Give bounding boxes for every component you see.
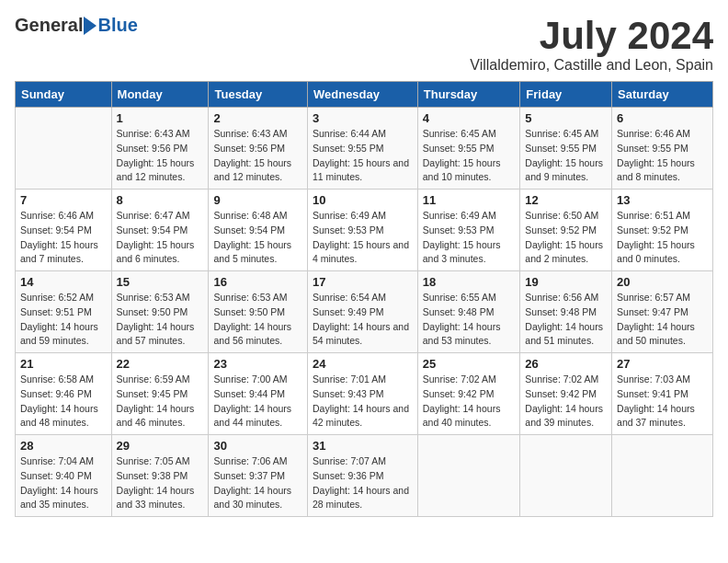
title-block: July 2024 Villaldemiro, Castille and Leo… — [470, 15, 713, 74]
day-info: Sunrise: 6:52 AMSunset: 9:51 PMDaylight:… — [20, 291, 107, 349]
day-cell: 23Sunrise: 7:00 AMSunset: 9:44 PMDayligh… — [209, 353, 308, 435]
calendar-table: SundayMondayTuesdayWednesdayThursdayFrid… — [15, 81, 713, 517]
day-number: 12 — [525, 193, 607, 207]
day-cell: 16Sunrise: 6:53 AMSunset: 9:50 PMDayligh… — [209, 271, 308, 353]
day-number: 9 — [213, 193, 302, 207]
week-row-1: 1Sunrise: 6:43 AMSunset: 9:56 PMDaylight… — [16, 108, 713, 190]
day-info: Sunrise: 6:46 AMSunset: 9:54 PMDaylight:… — [20, 209, 107, 267]
day-info: Sunrise: 6:59 AMSunset: 9:45 PMDaylight:… — [117, 373, 204, 431]
day-info: Sunrise: 7:02 AMSunset: 9:42 PMDaylight:… — [423, 373, 516, 431]
day-number: 4 — [423, 111, 516, 125]
day-cell: 3Sunrise: 6:44 AMSunset: 9:55 PMDaylight… — [307, 108, 417, 190]
day-cell: 8Sunrise: 6:47 AMSunset: 9:54 PMDaylight… — [111, 190, 209, 271]
day-number: 26 — [525, 357, 607, 371]
day-number: 3 — [313, 111, 413, 125]
day-info: Sunrise: 7:03 AMSunset: 9:41 PMDaylight:… — [617, 373, 708, 431]
day-info: Sunrise: 6:43 AMSunset: 9:56 PMDaylight:… — [213, 127, 302, 185]
day-number: 8 — [117, 193, 204, 207]
calendar-header-row: SundayMondayTuesdayWednesdayThursdayFrid… — [16, 82, 713, 108]
day-info: Sunrise: 6:44 AMSunset: 9:55 PMDaylight:… — [313, 127, 413, 185]
day-number: 30 — [213, 439, 302, 453]
day-info: Sunrise: 7:00 AMSunset: 9:44 PMDaylight:… — [213, 373, 302, 431]
header-thursday: Thursday — [417, 82, 520, 108]
day-number: 25 — [423, 357, 516, 371]
day-number: 21 — [20, 357, 107, 371]
day-cell — [612, 435, 713, 517]
day-number: 28 — [20, 439, 107, 453]
day-number: 13 — [617, 193, 708, 207]
day-number: 6 — [617, 111, 708, 125]
day-cell: 26Sunrise: 7:02 AMSunset: 9:42 PMDayligh… — [520, 353, 612, 435]
day-info: Sunrise: 6:43 AMSunset: 9:56 PMDaylight:… — [117, 127, 204, 185]
day-number: 17 — [313, 275, 413, 289]
day-number: 10 — [313, 193, 413, 207]
day-info: Sunrise: 6:51 AMSunset: 9:52 PMDaylight:… — [617, 209, 708, 267]
day-info: Sunrise: 6:46 AMSunset: 9:55 PMDaylight:… — [617, 127, 708, 185]
day-info: Sunrise: 7:02 AMSunset: 9:42 PMDaylight:… — [525, 373, 607, 431]
day-number: 5 — [525, 111, 607, 125]
day-number: 7 — [20, 193, 107, 207]
day-info: Sunrise: 7:06 AMSunset: 9:37 PMDaylight:… — [213, 454, 302, 512]
day-cell: 5Sunrise: 6:45 AMSunset: 9:55 PMDaylight… — [520, 108, 612, 190]
day-number: 11 — [423, 193, 516, 207]
day-info: Sunrise: 6:58 AMSunset: 9:46 PMDaylight:… — [20, 373, 107, 431]
day-cell: 18Sunrise: 6:55 AMSunset: 9:48 PMDayligh… — [417, 271, 520, 353]
header-monday: Monday — [111, 82, 209, 108]
day-cell: 27Sunrise: 7:03 AMSunset: 9:41 PMDayligh… — [612, 353, 713, 435]
day-info: Sunrise: 6:45 AMSunset: 9:55 PMDaylight:… — [423, 127, 516, 185]
day-cell: 1Sunrise: 6:43 AMSunset: 9:56 PMDaylight… — [111, 108, 209, 190]
week-row-4: 21Sunrise: 6:58 AMSunset: 9:46 PMDayligh… — [16, 353, 713, 435]
day-number: 27 — [617, 357, 708, 371]
day-number: 2 — [213, 111, 302, 125]
day-number: 29 — [117, 439, 204, 453]
day-cell: 13Sunrise: 6:51 AMSunset: 9:52 PMDayligh… — [612, 190, 713, 271]
day-cell: 2Sunrise: 6:43 AMSunset: 9:56 PMDaylight… — [209, 108, 308, 190]
day-number: 24 — [313, 357, 413, 371]
day-cell: 17Sunrise: 6:54 AMSunset: 9:49 PMDayligh… — [307, 271, 417, 353]
day-info: Sunrise: 7:05 AMSunset: 9:38 PMDaylight:… — [117, 454, 204, 512]
logo-blue-text: Blue — [97, 15, 137, 36]
day-number: 20 — [617, 275, 708, 289]
logo-icon — [84, 17, 97, 35]
day-cell: 10Sunrise: 6:49 AMSunset: 9:53 PMDayligh… — [307, 190, 417, 271]
day-number: 1 — [117, 111, 204, 125]
day-cell: 21Sunrise: 6:58 AMSunset: 9:46 PMDayligh… — [16, 353, 112, 435]
svg-marker-0 — [84, 17, 97, 35]
day-info: Sunrise: 7:04 AMSunset: 9:40 PMDaylight:… — [20, 454, 107, 512]
header-saturday: Saturday — [612, 82, 713, 108]
day-number: 22 — [117, 357, 204, 371]
day-cell: 19Sunrise: 6:56 AMSunset: 9:48 PMDayligh… — [520, 271, 612, 353]
page-header: General Blue July 2024 Villaldemiro, Cas… — [15, 15, 713, 74]
subtitle: Villaldemiro, Castille and Leon, Spain — [470, 57, 713, 74]
day-info: Sunrise: 6:53 AMSunset: 9:50 PMDaylight:… — [213, 291, 302, 349]
day-info: Sunrise: 6:49 AMSunset: 9:53 PMDaylight:… — [313, 209, 413, 267]
day-info: Sunrise: 6:49 AMSunset: 9:53 PMDaylight:… — [423, 209, 516, 267]
logo: General Blue — [15, 15, 138, 36]
day-info: Sunrise: 7:01 AMSunset: 9:43 PMDaylight:… — [313, 373, 413, 431]
day-cell: 31Sunrise: 7:07 AMSunset: 9:36 PMDayligh… — [307, 435, 417, 517]
day-number: 14 — [20, 275, 107, 289]
day-cell — [417, 435, 520, 517]
day-number: 23 — [213, 357, 302, 371]
day-info: Sunrise: 7:07 AMSunset: 9:36 PMDaylight:… — [313, 454, 413, 512]
header-sunday: Sunday — [16, 82, 112, 108]
day-cell: 25Sunrise: 7:02 AMSunset: 9:42 PMDayligh… — [417, 353, 520, 435]
day-cell: 28Sunrise: 7:04 AMSunset: 9:40 PMDayligh… — [16, 435, 112, 517]
day-cell: 11Sunrise: 6:49 AMSunset: 9:53 PMDayligh… — [417, 190, 520, 271]
day-cell: 9Sunrise: 6:48 AMSunset: 9:54 PMDaylight… — [209, 190, 308, 271]
logo-general-text: General — [15, 15, 83, 36]
day-cell: 29Sunrise: 7:05 AMSunset: 9:38 PMDayligh… — [111, 435, 209, 517]
day-cell: 7Sunrise: 6:46 AMSunset: 9:54 PMDaylight… — [16, 190, 112, 271]
day-info: Sunrise: 6:55 AMSunset: 9:48 PMDaylight:… — [423, 291, 516, 349]
day-cell: 24Sunrise: 7:01 AMSunset: 9:43 PMDayligh… — [307, 353, 417, 435]
header-tuesday: Tuesday — [209, 82, 308, 108]
day-cell — [520, 435, 612, 517]
week-row-5: 28Sunrise: 7:04 AMSunset: 9:40 PMDayligh… — [16, 435, 713, 517]
day-cell: 6Sunrise: 6:46 AMSunset: 9:55 PMDaylight… — [612, 108, 713, 190]
day-cell: 15Sunrise: 6:53 AMSunset: 9:50 PMDayligh… — [111, 271, 209, 353]
day-cell: 4Sunrise: 6:45 AMSunset: 9:55 PMDaylight… — [417, 108, 520, 190]
header-wednesday: Wednesday — [307, 82, 417, 108]
day-info: Sunrise: 6:48 AMSunset: 9:54 PMDaylight:… — [213, 209, 302, 267]
header-friday: Friday — [520, 82, 612, 108]
day-info: Sunrise: 6:54 AMSunset: 9:49 PMDaylight:… — [313, 291, 413, 349]
